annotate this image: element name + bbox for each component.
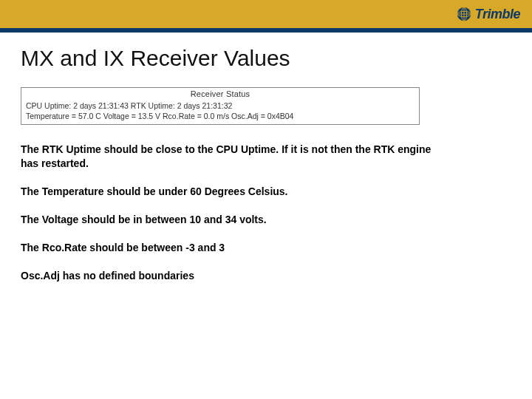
globe-icon (456, 6, 472, 22)
paragraph: The Temperature should be under 60 Degre… (21, 185, 434, 198)
paragraph: The Voltage should be in between 10 and … (21, 213, 434, 226)
paragraph: Osc.Adj has no defined boundaries (21, 269, 434, 282)
status-line-1: CPU Uptime: 2 days 21:31:43 RTK Uptime: … (26, 100, 415, 111)
paragraph: The Rco.Rate should be between -3 and 3 (21, 241, 434, 254)
receiver-status-box: Receiver Status CPU Uptime: 2 days 21:31… (21, 87, 420, 125)
status-heading: Receiver Status (21, 88, 419, 99)
status-line-2: Temperature = 57.0 C Voltage = 13.5 V Rc… (26, 111, 415, 121)
brand-name: Trimble (475, 7, 520, 22)
body-text: The RTK Uptime should be close to the CP… (21, 143, 511, 282)
brand-logo: Trimble (456, 6, 520, 22)
page-title: MX and IX Receiver Values (21, 46, 511, 71)
header-bar: Trimble (0, 0, 532, 28)
paragraph: The RTK Uptime should be close to the CP… (21, 143, 434, 169)
status-data: CPU Uptime: 2 days 21:31:43 RTK Uptime: … (21, 99, 419, 124)
slide-content: MX and IX Receiver Values Receiver Statu… (0, 33, 532, 399)
